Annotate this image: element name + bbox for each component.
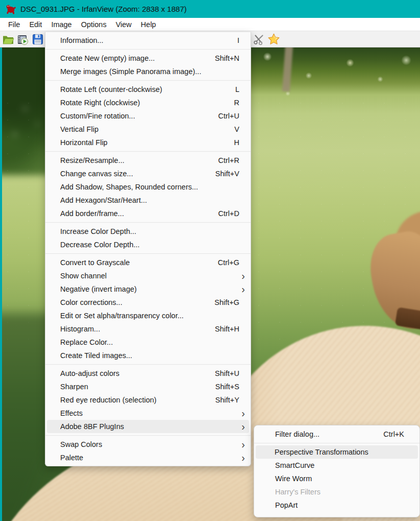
menu-item-rotate-left-counter-clockwise[interactable]: Rotate Left (counter-clockwise)L <box>45 83 251 96</box>
menubar-item-options[interactable]: Options <box>77 19 111 30</box>
cut-icon[interactable] <box>252 33 265 46</box>
menu-item-label: Negative (invert image) <box>60 285 137 293</box>
window-left-edge <box>0 48 2 521</box>
menu-item-label: Red eye reduction (selection) <box>60 396 157 404</box>
menu-item-harry-s-filters: Harry's Filters <box>254 485 419 499</box>
menu-item-label: Harry's Filters <box>275 488 320 496</box>
menu-item-create-tiled-images[interactable]: Create Tiled images... <box>45 349 251 362</box>
menu-item-label: Adobe 8BF PlugIns <box>60 422 124 431</box>
submenu-arrow-icon: › <box>241 439 245 449</box>
favorites-star-icon[interactable] <box>267 33 280 46</box>
menu-item-label: Resize/Resample... <box>60 156 125 164</box>
menubar-item-file[interactable]: File <box>4 19 24 30</box>
menu-item-label: Perspective Transformations <box>275 448 368 456</box>
submenu-arrow-icon: › <box>241 284 245 294</box>
menu-item-shortcut: Ctrl+G <box>218 258 239 267</box>
submenu-arrow-icon: › <box>241 408 245 418</box>
menu-item-smartcurve[interactable]: SmartCurve <box>254 459 419 472</box>
menu-item-label: Auto-adjust colors <box>60 369 119 377</box>
menu-item-label: Rotate Right (clockwise) <box>60 99 140 107</box>
menu-item-resize-resample[interactable]: Resize/Resample...Ctrl+R <box>45 154 251 167</box>
menu-item-shortcut: Shift+N <box>215 54 239 62</box>
menu-separator <box>45 222 251 223</box>
menu-item-label: Increase Color Depth... <box>60 227 136 235</box>
menu-item-label: Custom/Fine rotation... <box>60 112 135 120</box>
menu-item-label: Palette <box>60 454 83 462</box>
menu-item-label: Wire Worm <box>275 475 312 483</box>
menu-item-label: Add border/frame... <box>60 209 124 218</box>
menu-item-merge-images-simple-panorama-image[interactable]: Merge images (Simple Panorama image)... <box>45 65 251 78</box>
menu-item-label: Histogram... <box>60 325 100 333</box>
menu-item-label: Replace Color... <box>60 338 113 346</box>
menu-item-shortcut: V <box>234 125 239 133</box>
menu-item-horizontal-flip[interactable]: Horizontal FlipH <box>45 136 251 149</box>
menu-item-shortcut: Shift+G <box>214 298 239 306</box>
menu-item-label: Information... <box>60 36 104 44</box>
menu-separator <box>45 364 251 365</box>
menu-item-shortcut: Ctrl+U <box>218 112 240 120</box>
irfanview-window: DSC_0931.JPG - IrfanView (Zoom: 2838 x 1… <box>0 0 420 521</box>
menu-item-swap-colors[interactable]: Swap Colors› <box>45 438 251 451</box>
menu-separator <box>45 49 251 50</box>
menu-item-color-corrections[interactable]: Color corrections...Shift+G <box>45 296 251 309</box>
menu-item-custom-fine-rotation[interactable]: Custom/Fine rotation...Ctrl+U <box>45 109 251 123</box>
menu-item-shortcut: Shift+U <box>215 369 239 377</box>
menu-item-information[interactable]: Information...I <box>45 34 251 47</box>
menu-bar: File Edit Image Options View Help <box>0 18 420 31</box>
menu-separator <box>45 151 251 152</box>
menu-item-label: Create New (empty) image... <box>60 54 155 62</box>
menu-item-convert-to-grayscale[interactable]: Convert to GrayscaleCtrl+G <box>45 256 251 269</box>
menu-item-adobe-8bf-plugins[interactable]: Adobe 8BF PlugIns› <box>47 420 249 433</box>
menu-item-decrease-color-depth[interactable]: Decrease Color Depth... <box>45 238 251 251</box>
menu-item-label: Sharpen <box>60 383 88 391</box>
menu-item-add-hexagon-star-heart[interactable]: Add Hexagon/Star/Heart... <box>45 194 251 207</box>
menu-item-show-channel[interactable]: Show channel› <box>45 269 251 282</box>
menu-item-perspective-transformations[interactable]: Perspective Transformations <box>256 445 418 459</box>
menu-item-rotate-right-clockwise[interactable]: Rotate Right (clockwise)R <box>45 96 251 109</box>
menu-item-increase-color-depth[interactable]: Increase Color Depth... <box>45 225 251 238</box>
menu-item-popart[interactable]: PopArt <box>254 499 419 512</box>
menu-item-create-new-empty-image[interactable]: Create New (empty) image...Shift+N <box>45 52 251 65</box>
submenu-arrow-icon: › <box>241 421 245 432</box>
menu-item-label: Swap Colors <box>60 440 102 448</box>
menu-item-label: Convert to Grayscale <box>60 258 130 267</box>
save-icon[interactable] <box>31 33 44 46</box>
menu-item-label: Create Tiled images... <box>60 351 132 360</box>
menubar-item-edit[interactable]: Edit <box>25 19 46 30</box>
menubar-item-help[interactable]: Help <box>137 19 160 30</box>
menu-item-negative-invert-image[interactable]: Negative (invert image)› <box>45 282 251 296</box>
submenu-arrow-icon: › <box>241 453 245 463</box>
menu-item-label: SmartCurve <box>275 461 314 469</box>
menu-separator <box>45 80 251 81</box>
open-folder-icon[interactable] <box>2 33 15 46</box>
menu-item-effects[interactable]: Effects› <box>45 407 251 420</box>
menu-item-change-canvas-size[interactable]: Change canvas size...Shift+V <box>45 167 251 180</box>
menu-item-label: Rotate Left (counter-clockwise) <box>60 85 162 93</box>
menu-item-shortcut: Shift+Y <box>215 396 239 404</box>
title-bar: DSC_0931.JPG - IrfanView (Zoom: 2838 x 1… <box>0 0 420 18</box>
menu-item-red-eye-reduction-selection[interactable]: Red eye reduction (selection)Shift+Y <box>45 393 251 407</box>
menubar-item-view[interactable]: View <box>112 19 136 30</box>
menu-separator <box>45 435 251 436</box>
menu-item-filter-dialog[interactable]: Filter dialog...Ctrl+K <box>254 428 419 441</box>
menubar-item-image[interactable]: Image <box>47 19 76 30</box>
menu-item-wire-worm[interactable]: Wire Worm <box>254 472 419 485</box>
menu-item-shortcut: L <box>235 85 239 93</box>
menu-item-edit-or-set-alpha-transparency-color[interactable]: Edit or Set alpha/transparency color... <box>45 309 251 322</box>
menu-item-sharpen[interactable]: SharpenShift+S <box>45 380 251 393</box>
menu-item-shortcut: Ctrl+R <box>218 156 240 164</box>
menu-item-add-border-frame[interactable]: Add border/frame...Ctrl+D <box>45 207 251 220</box>
menu-item-shortcut: Ctrl+K <box>383 430 404 438</box>
menu-separator <box>45 253 251 254</box>
menu-item-shortcut: R <box>234 99 239 107</box>
menu-item-add-shadow-shapes-rounded-corners[interactable]: Add Shadow, Shapes, Rounded corners... <box>45 180 251 194</box>
menu-item-vertical-flip[interactable]: Vertical FlipV <box>45 123 251 136</box>
menu-item-histogram[interactable]: Histogram...Shift+H <box>45 322 251 336</box>
menu-item-auto-adjust-colors[interactable]: Auto-adjust colorsShift+U <box>45 367 251 380</box>
menu-item-palette[interactable]: Palette› <box>45 451 251 464</box>
slideshow-icon[interactable] <box>16 33 30 46</box>
menu-item-label: Merge images (Simple Panorama image)... <box>60 67 201 76</box>
menu-item-replace-color[interactable]: Replace Color... <box>45 336 251 349</box>
menu-item-shortcut: Shift+H <box>215 325 239 333</box>
menu-item-shortcut: Shift+S <box>215 383 239 391</box>
